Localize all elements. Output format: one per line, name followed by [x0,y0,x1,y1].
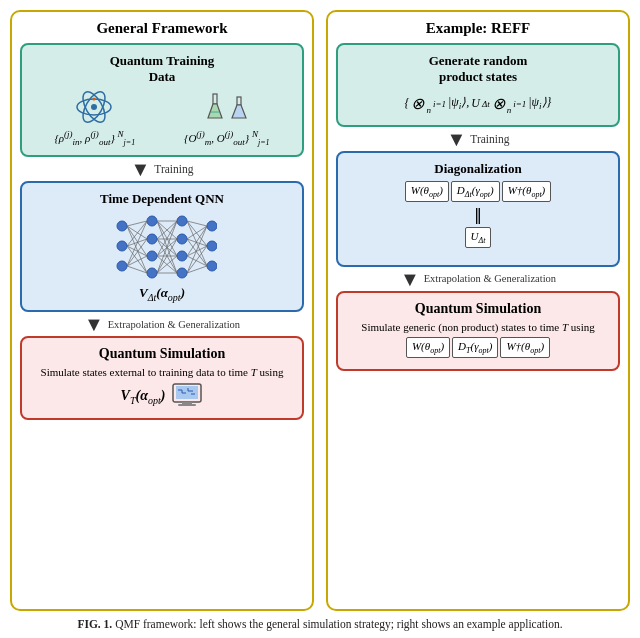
double-arrow-icon: ‖ [474,205,482,224]
left-green-box: Quantum TrainingData [20,43,304,157]
left-green-box-title: Quantum TrainingData [30,53,294,85]
svg-rect-72 [182,402,192,404]
svg-point-19 [177,251,187,261]
right-red-box-title: Quantum Simulation [346,301,610,317]
svg-point-22 [207,241,217,251]
left-arrow2-label: Extrapolation & Generalization [108,319,240,330]
right-blue-box: Diagonalization W(θopt) DΔt(γopt) W†(θop… [336,151,620,267]
diag-double-arrow-row: ‖ [346,205,610,224]
formula-right: {O(j)m, O(j)out} Nj=1 [184,129,270,147]
left-red-formula: VT(αopt) [121,388,166,406]
left-blue-box-title: Time Dependent QNN [30,191,294,207]
flask-icon-2 [230,96,248,122]
left-panel: General Framework Quantum TrainingData [10,10,314,611]
left-red-description: Simulate states external to training dat… [30,366,294,378]
right-matrix-Wdag: W†(θopt) [500,337,550,358]
left-green-icons [30,89,294,125]
computer-icon [171,382,203,410]
formula-left: {ρ(j)in, ρ(j)out} Nj=1 [54,129,135,147]
left-green-formulas: {ρ(j)in, ρ(j)out} Nj=1 {O(j)m, O(j)out} … [30,129,294,147]
left-red-box: Quantum Simulation Simulate states exter… [20,336,304,420]
right-green-box: Generate randomproduct states { ⊗ n i=1 … [336,43,620,127]
matrix-Wdag: W†(θopt) [502,181,552,202]
svg-marker-6 [208,104,222,118]
neural-net-area [30,211,294,281]
diag-matrix-row1: W(θopt) DΔt(γopt) W†(θopt) [346,181,610,202]
svg-line-60 [187,256,207,266]
caption-text: QMF framework: left shows the general si… [115,618,562,630]
left-arrow1: ▼ Training [20,157,304,181]
svg-point-14 [147,234,157,244]
svg-point-18 [177,234,187,244]
svg-point-21 [207,221,217,231]
flask-icon-1 [204,92,226,122]
flask-icons [204,92,248,122]
svg-point-3 [91,104,97,110]
left-panel-title: General Framework [20,20,304,37]
right-panel: Example: REFF Generate randomproduct sta… [326,10,630,611]
right-green-box-title: Generate randomproduct states [346,53,610,85]
left-arrow2: ▼ Extrapolation & Generalization [20,312,304,336]
right-arrow1: ▼ Training [336,127,620,151]
left-arrow1-label: Training [154,163,193,175]
caption-label: FIG. 1. [77,618,112,630]
svg-point-11 [117,241,127,251]
left-red-formula-area: VT(αopt) [30,382,294,410]
atom-icon [76,89,112,125]
svg-rect-8 [237,97,241,105]
figure-caption: FIG. 1. QMF framework: left shows the ge… [75,616,564,632]
right-arrow1-label: Training [470,133,509,145]
left-blue-box: Time Dependent QNN [20,181,304,313]
svg-point-13 [147,216,157,226]
right-red-description: Simulate generic (non product) states to… [346,321,610,333]
diag-matrix-row2: UΔt [346,227,610,248]
svg-point-12 [117,261,127,271]
svg-point-23 [207,261,217,271]
right-matrix-DT: DT(γopt) [452,337,498,358]
matrix-D: DΔt(γopt) [451,181,500,202]
svg-line-34 [127,256,147,266]
svg-line-26 [127,226,147,256]
svg-point-4 [93,98,96,101]
svg-point-10 [117,221,127,231]
reff-formula-row: { ⊗ n i=1 |ψi⟩, UΔt ⊗ n i=1 |ψi⟩} [346,91,610,117]
arrow-down-icon-2: ▼ [84,314,104,334]
right-panel-title: Example: REFF [336,20,620,37]
svg-marker-9 [232,105,246,118]
right-red-matrix-row: W(θopt) DT(γopt) W†(θopt) [346,337,610,358]
right-blue-box-title: Diagonalization [346,161,610,177]
left-red-box-title: Quantum Simulation [30,346,294,362]
arrow-down-icon-3: ▼ [447,129,467,149]
right-matrix-W: W(θopt) [406,337,450,358]
arrow-down-icon-4: ▼ [400,269,420,289]
right-red-box: Quantum Simulation Simulate generic (non… [336,291,620,371]
matrix-U: UΔt [465,227,492,248]
matrix-W: W(θopt) [405,181,449,202]
svg-point-15 [147,251,157,261]
svg-rect-65 [176,386,198,399]
neural-network-icon [107,211,217,281]
svg-line-58 [187,226,207,256]
svg-point-20 [177,268,187,278]
svg-rect-73 [178,404,196,406]
svg-point-17 [177,216,187,226]
main-container: General Framework Quantum TrainingData [10,10,630,611]
svg-point-16 [147,268,157,278]
svg-rect-5 [213,94,217,104]
arrow-down-icon-1: ▼ [131,159,151,179]
right-arrow2-label: Extrapolation & Generalization [424,273,556,284]
right-arrow2: ▼ Extrapolation & Generalization [336,267,620,291]
left-blue-formula: VΔt(αopt) [30,285,294,303]
right-green-formula: { ⊗ n i=1 |ψi⟩, UΔt ⊗ n i=1 |ψi⟩} [346,91,610,117]
